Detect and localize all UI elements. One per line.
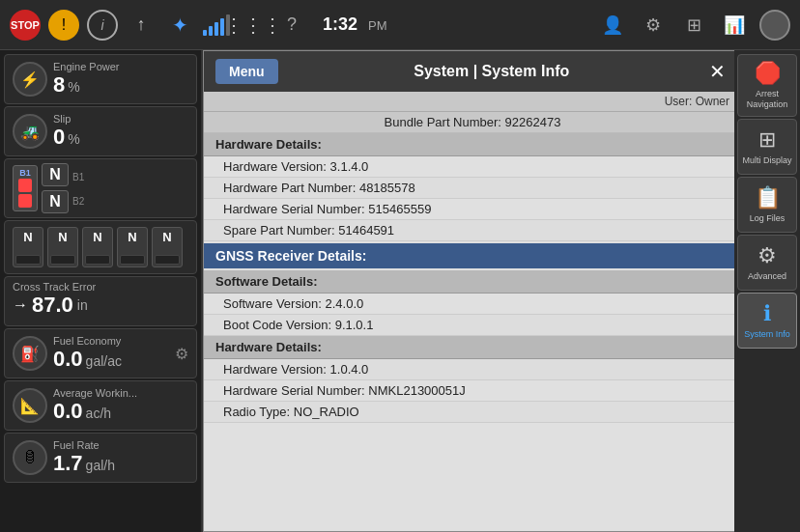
sw-version-row: Software Version: 2.4.0.0 — [204, 294, 741, 315]
top-right-icons: 👤 ⚙ ⊞ 📊 — [597, 10, 790, 41]
avg-working-icon: 📐 — [13, 388, 47, 423]
gnss-header: GNSS Receiver Details: — [204, 243, 741, 268]
right-sidebar: 🛑 Arrest Navigation ⊞ Multi Display 📋 Lo… — [734, 50, 800, 532]
transmission-widget: B1 N N B1 B2 — [4, 158, 197, 218]
advanced-button[interactable]: ⚙ Advanced — [737, 235, 797, 291]
satellite-icon: ✦ — [164, 10, 195, 41]
fuel-rate-content: Fuel Rate 1.7 gal/h — [53, 439, 188, 476]
arrest-navigation-button[interactable]: 🛑 Arrest Navigation — [737, 54, 797, 117]
radio-type-row: Radio Type: NO_RADIO — [204, 402, 741, 423]
hw-version-row: Hardware Version: 3.1.4.0 — [204, 156, 741, 178]
n-blocks-row: N N N N N — [9, 225, 192, 269]
main-layout: ⚡ Engine Power 8 % 🚜 Slip 0 % — [0, 50, 800, 532]
dialog-body[interactable]: Bundle Part Number: 92262473 Hardware De… — [204, 112, 741, 531]
help-icon[interactable]: ? — [276, 10, 307, 41]
log-files-icon: 📋 — [755, 185, 781, 210]
system-info-dialog: Menu System | System Info ✕ User: Owner … — [203, 50, 742, 532]
profile-avatar[interactable] — [759, 10, 790, 41]
avg-working-content: Average Workin... 0.0 ac/h — [53, 387, 188, 424]
upload-icon[interactable]: ↑ — [126, 10, 157, 41]
time-display: 1:32 PM — [315, 14, 387, 35]
slip-content: Slip 0 % — [53, 113, 188, 150]
software-details-header: Software Details: — [204, 270, 741, 294]
multi-display-button[interactable]: ⊞ Multi Display — [737, 119, 797, 175]
cte-arrow-icon: → — [13, 296, 28, 314]
fuel-rate-icon: 🛢 — [13, 440, 47, 475]
engine-power-icon: ⚡ — [13, 62, 47, 97]
n-blocks-widget: N N N N N — [4, 220, 197, 274]
n-block-1: N — [13, 227, 43, 267]
hw-part-row: Hardware Part Number: 48185578 — [204, 178, 741, 199]
trans-values: N N — [42, 163, 69, 213]
warning-icon[interactable]: ! — [48, 10, 79, 41]
hardware-details2-header: Hardware Details: — [204, 336, 741, 359]
hw2-version-row: Hardware Version: 1.0.4.0 — [204, 359, 741, 380]
log-files-button[interactable]: 📋 Log Files — [737, 177, 797, 233]
arrest-nav-icon: 🛑 — [755, 61, 781, 86]
trans-labels: B1 B2 — [72, 164, 84, 212]
chart-icon[interactable]: 📊 — [719, 10, 750, 41]
dialog-title: System | System Info — [288, 63, 696, 80]
layout-icon[interactable]: ⊞ — [678, 10, 709, 41]
slip-widget: 🚜 Slip 0 % — [4, 106, 197, 156]
cte-value-row: → 87.0 in — [13, 293, 188, 318]
system-info-button[interactable]: ℹ System Info — [737, 293, 797, 349]
bundle-part-row: Bundle Part Number: 92262473 — [204, 112, 741, 133]
slip-icon: 🚜 — [13, 114, 47, 149]
menu-button[interactable]: Menu — [215, 59, 278, 84]
advanced-icon: ⚙ — [757, 243, 777, 268]
fuel-economy-icon: ⛽ — [13, 336, 47, 371]
grid-icon[interactable]: ⋮⋮⋮ — [238, 10, 269, 41]
spare-part-row: Spare Part Number: 51464591 — [204, 220, 741, 241]
content-area: Menu System | System Info ✕ User: Owner … — [203, 50, 800, 532]
user-icon[interactable]: 👤 — [597, 10, 628, 41]
user-bar: User: Owner — [204, 92, 741, 112]
hardware-details-header: Hardware Details: — [204, 133, 741, 156]
n-block-3: N — [82, 227, 113, 267]
fuel-economy-content: Fuel Economy 0.0 gal/ac — [53, 335, 169, 372]
stop-button[interactable]: STOP — [10, 10, 41, 41]
left-sidebar: ⚡ Engine Power 8 % 🚜 Slip 0 % — [0, 50, 203, 532]
close-button[interactable]: ✕ — [705, 60, 729, 83]
fuel-rate-widget: 🛢 Fuel Rate 1.7 gal/h — [4, 433, 197, 483]
engine-power-content: Engine Power 8 % — [53, 61, 188, 98]
dialog-header: Menu System | System Info ✕ — [204, 51, 741, 92]
cte-widget: Cross Track Error → 87.0 in — [4, 276, 197, 326]
system-info-icon: ℹ — [763, 301, 771, 326]
settings-icon[interactable]: ⚙ — [638, 10, 669, 41]
n-block-4: N — [117, 227, 148, 267]
fuel-economy-gear-icon[interactable]: ⚙ — [175, 345, 188, 363]
engine-power-widget: ⚡ Engine Power 8 % — [4, 54, 197, 104]
hw2-serial-row: Hardware Serial Number: NMKL21300051J — [204, 380, 741, 402]
n-block-2: N — [47, 227, 78, 267]
n-block-5: N — [152, 227, 183, 267]
multi-display-icon: ⊞ — [758, 127, 776, 153]
avg-working-widget: 📐 Average Workin... 0.0 ac/h — [4, 380, 197, 431]
trans-b1-box: B1 — [13, 165, 38, 211]
boot-code-row: Boot Code Version: 9.1.0.1 — [204, 315, 741, 336]
top-status-bar: STOP ! i ↑ ✦ ⋮⋮⋮ ? 1:32 PM 👤 ⚙ ⊞ 📊 — [0, 0, 800, 50]
info-icon[interactable]: i — [87, 10, 118, 41]
fuel-economy-widget: ⛽ Fuel Economy 0.0 gal/ac ⚙ — [4, 328, 197, 378]
hw-serial-row: Hardware Serial Number: 515465559 — [204, 199, 741, 220]
